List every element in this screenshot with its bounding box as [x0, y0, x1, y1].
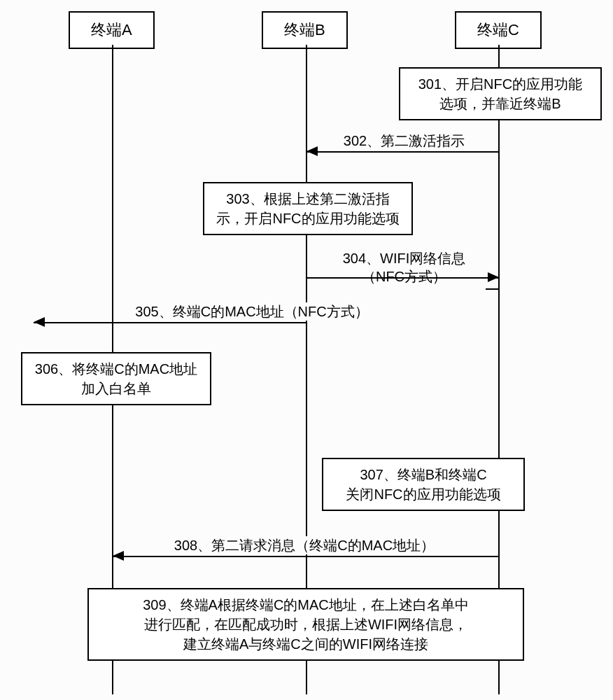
step-302-arrow — [306, 151, 499, 153]
step-301-box: 301、开启NFC的应用功能 选项，并靠近终端B — [399, 67, 602, 120]
step-306-line1: 306、将终端C的MAC地址 — [32, 359, 200, 379]
step-307-box: 307、终端B和终端C 关闭NFC的应用功能选项 — [322, 458, 525, 511]
step-304-line2: （NFC方式） — [329, 267, 479, 286]
step-304-tick — [486, 288, 500, 290]
step-305-label: 305、终端C的MAC地址（NFC方式） — [126, 302, 378, 321]
step-302-arrowhead — [306, 146, 318, 156]
participant-terminal-b: 终端B — [262, 11, 348, 49]
step-307-line2: 关闭NFC的应用功能选项 — [333, 484, 514, 504]
step-303-line1: 303、根据上述第二激活指 — [214, 189, 402, 209]
step-302-label: 302、第二激活指示 — [336, 132, 472, 150]
step-304-arrow — [306, 277, 499, 279]
step-306-box: 306、将终端C的MAC地址 加入白名单 — [21, 352, 211, 405]
step-308-arrowhead — [113, 551, 124, 561]
step-303-box: 303、根据上述第二激活指 示，开启NFC的应用功能选项 — [203, 182, 413, 235]
participant-terminal-a: 终端A — [69, 11, 155, 49]
step-309-line1: 309、终端A根据终端C的MAC地址，在上述白名单中 — [99, 595, 513, 615]
step-309-box: 309、终端A根据终端C的MAC地址，在上述白名单中 进行匹配，在匹配成功时，根… — [87, 588, 524, 661]
step-301-line1: 301、开启NFC的应用功能 — [410, 74, 591, 94]
step-301-line2: 选项，并靠近终端B — [410, 94, 591, 113]
step-303-line2: 示，开启NFC的应用功能选项 — [214, 209, 402, 228]
step-309-line3: 建立终端A与终端C之间的WIFI网络连接 — [99, 634, 513, 654]
step-306-line2: 加入白名单 — [32, 379, 200, 398]
step-309-line2: 进行匹配，在匹配成功时，根据上述WIFI网络信息， — [99, 615, 513, 634]
step-304-line1: 304、WIFI网络信息 — [329, 249, 479, 267]
step-304-arrowhead — [488, 272, 499, 282]
step-305-arrowhead — [34, 317, 45, 327]
step-308-arrow — [113, 556, 499, 557]
step-307-line1: 307、终端B和终端C — [333, 465, 514, 484]
step-304-label: 304、WIFI网络信息 （NFC方式） — [329, 249, 479, 286]
step-308-label: 308、第二请求消息（终端C的MAC地址） — [154, 536, 455, 554]
step-305-arrow — [34, 322, 306, 323]
participant-terminal-c: 终端C — [455, 11, 542, 49]
